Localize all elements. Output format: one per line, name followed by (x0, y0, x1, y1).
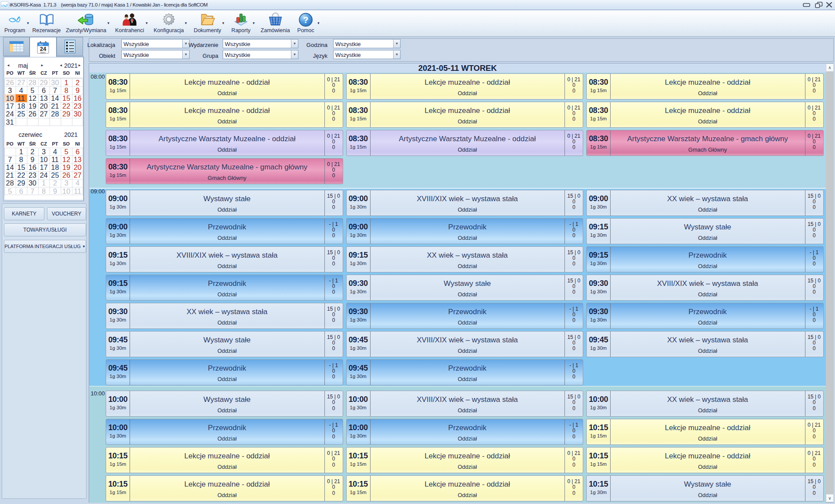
svg-text:?: ? (303, 15, 308, 24)
svg-text:MAY: MAY (40, 51, 46, 53)
